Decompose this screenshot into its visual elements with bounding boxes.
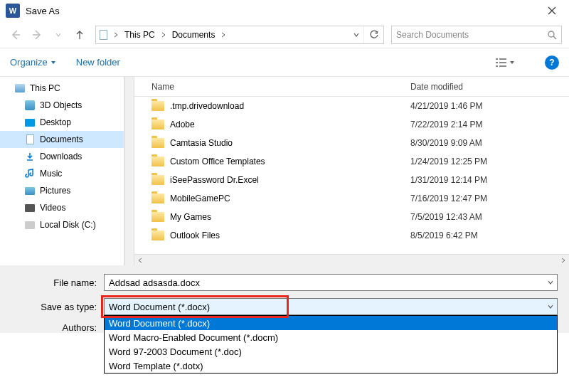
disk-icon xyxy=(24,219,36,231)
nav-forward-button[interactable] xyxy=(28,26,46,43)
close-button[interactable] xyxy=(541,5,563,16)
file-row[interactable]: Camtasia Studio8/30/2019 9:09 AM xyxy=(134,134,569,152)
column-headers: Name Date modified xyxy=(134,77,569,97)
sidebar-item-local-disk-c-[interactable]: Local Disk (C:) xyxy=(0,216,124,233)
chevron-down-icon xyxy=(547,303,554,310)
chevron-down-icon xyxy=(353,31,360,38)
scroll-left-button[interactable] xyxy=(134,255,146,266)
vid-icon xyxy=(24,202,36,213)
folder-icon xyxy=(151,231,164,240)
dropdown-arrow-icon xyxy=(50,60,56,65)
sidebar-item-downloads[interactable]: Downloads xyxy=(0,148,124,165)
sidebar-item-this-pc[interactable]: This PC xyxy=(0,80,124,97)
svg-point-0 xyxy=(548,31,554,37)
desktop-icon xyxy=(24,117,36,128)
breadcrumb-segment[interactable]: Documents xyxy=(169,26,218,43)
nav-up-button[interactable] xyxy=(71,26,88,43)
dl-icon xyxy=(24,151,36,162)
chevron-right-icon[interactable] xyxy=(218,31,229,38)
pane-resize-handle[interactable] xyxy=(124,77,134,265)
refresh-button[interactable] xyxy=(363,26,383,43)
authors-label: Authors: xyxy=(11,322,104,333)
pc-icon xyxy=(14,83,26,94)
file-row[interactable]: Custom Office Templates1/24/2019 12:25 P… xyxy=(134,152,569,171)
dropdown-option[interactable]: Word Macro-Enabled Document (*.docm) xyxy=(105,330,557,344)
sidebar-item-label: Pictures xyxy=(40,186,70,196)
doc-icon xyxy=(24,134,36,145)
sidebar-item-label: 3D Objects xyxy=(40,100,82,110)
breadcrumb-segment[interactable]: This PC xyxy=(122,26,158,43)
filename-input[interactable]: Addsad adsasda.docx xyxy=(104,274,558,291)
sidebar-item-documents[interactable]: Documents xyxy=(0,131,124,148)
column-header-date[interactable]: Date modified xyxy=(405,82,569,92)
filename-value: Addsad adsasda.docx xyxy=(109,277,200,288)
new-folder-button[interactable]: New folder xyxy=(76,57,120,68)
file-name: Custom Office Templates xyxy=(170,157,265,166)
saveastype-dropdown-list[interactable]: Word Document (*.docx)Word Macro-Enabled… xyxy=(104,315,558,374)
file-name: Camtasia Studio xyxy=(170,138,233,148)
help-button[interactable]: ? xyxy=(545,55,559,70)
file-name: MobileGamePC xyxy=(170,194,230,203)
file-date: 4/21/2019 1:46 PM xyxy=(405,101,569,111)
address-bar[interactable]: This PC Documents xyxy=(95,26,384,44)
3d-icon xyxy=(24,100,36,111)
sidebar-item-pictures[interactable]: Pictures xyxy=(0,182,124,199)
sidebar-item-desktop[interactable]: Desktop xyxy=(0,114,124,131)
file-name: Adobe xyxy=(170,120,195,129)
filename-dropdown-arrow[interactable] xyxy=(547,279,554,286)
dropdown-option[interactable]: Word Document (*.docx) xyxy=(105,316,557,330)
navigation-tree[interactable]: This PC3D ObjectsDesktopDocumentsDownloa… xyxy=(0,77,124,265)
file-date: 7/5/2019 12:43 AM xyxy=(405,212,569,222)
chevron-right-icon[interactable] xyxy=(110,31,122,38)
svg-rect-1 xyxy=(496,58,498,60)
file-name: My Games xyxy=(170,212,211,222)
file-date: 1/24/2019 12:25 PM xyxy=(405,157,569,166)
window-title: Save As xyxy=(26,6,60,16)
address-dropdown[interactable] xyxy=(349,26,363,43)
folder-icon xyxy=(151,101,164,111)
sidebar-item-3d-objects[interactable]: 3D Objects xyxy=(0,97,124,114)
file-row[interactable]: MobileGamePC7/16/2019 12:47 PM xyxy=(134,189,569,208)
chevron-right-icon[interactable] xyxy=(158,31,169,38)
chevron-down-icon xyxy=(55,31,62,38)
sidebar-item-label: Music xyxy=(40,169,62,179)
file-date: 1/31/2019 12:14 PM xyxy=(405,175,569,185)
sidebar-item-label: Local Disk (C:) xyxy=(40,220,96,230)
folder-icon xyxy=(151,157,164,166)
file-row[interactable]: Outlook Files8/5/2019 6:42 PM xyxy=(134,226,569,245)
folder-icon xyxy=(151,212,164,222)
file-row[interactable]: iSeePassword Dr.Excel1/31/2019 12:14 PM xyxy=(134,171,569,189)
file-row[interactable]: Adobe7/22/2019 2:14 PM xyxy=(134,115,569,134)
view-options-button[interactable] xyxy=(495,58,515,68)
saveastype-label: Save as type: xyxy=(11,302,104,312)
horizontal-scrollbar[interactable] xyxy=(134,254,569,265)
search-box[interactable] xyxy=(391,26,562,44)
sidebar-item-videos[interactable]: Videos xyxy=(0,199,124,216)
nav-recent-dropdown[interactable] xyxy=(50,26,67,43)
document-icon xyxy=(97,29,109,41)
sidebar-item-music[interactable]: Music xyxy=(0,165,124,182)
svg-rect-4 xyxy=(499,62,506,63)
folder-icon xyxy=(151,194,164,203)
svg-rect-2 xyxy=(499,58,506,60)
organize-button[interactable]: Organize xyxy=(10,57,56,68)
breadcrumb-label: Documents xyxy=(172,30,216,40)
saveastype-dropdown-arrow[interactable] xyxy=(547,303,554,310)
svg-rect-5 xyxy=(496,65,498,67)
column-header-name[interactable]: Name xyxy=(134,82,405,92)
dropdown-option[interactable]: Word Template (*.dotx) xyxy=(105,359,557,373)
file-row[interactable]: My Games7/5/2019 12:43 AM xyxy=(134,208,569,226)
file-list[interactable]: .tmp.drivedownload4/21/2019 1:46 PMAdobe… xyxy=(134,97,569,254)
file-date: 8/30/2019 9:09 AM xyxy=(405,138,569,148)
search-input[interactable] xyxy=(396,30,544,40)
arrow-right-icon xyxy=(31,28,43,41)
dropdown-option[interactable]: Word 97-2003 Document (*.doc) xyxy=(105,344,557,359)
sidebar-item-label: Documents xyxy=(40,134,83,144)
file-date: 8/5/2019 6:42 PM xyxy=(405,231,569,240)
file-row[interactable]: .tmp.drivedownload4/21/2019 1:46 PM xyxy=(134,97,569,115)
scroll-right-button[interactable] xyxy=(558,255,569,266)
filename-label: File name: xyxy=(11,277,104,288)
saveastype-combobox[interactable]: Word Document (*.docx) xyxy=(104,298,558,315)
music-icon xyxy=(24,168,36,179)
nav-back-button[interactable] xyxy=(7,26,24,43)
